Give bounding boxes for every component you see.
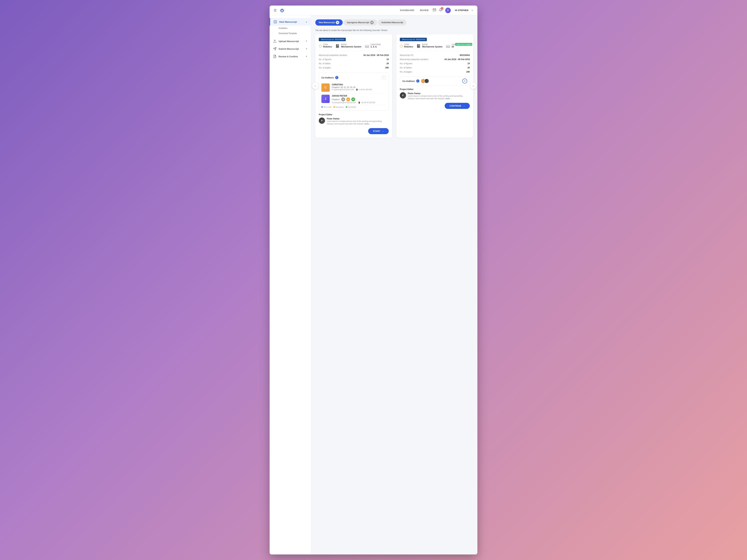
sidebar-item-submit-manuscript[interactable]: Submit Manuscript ▼ xyxy=(269,45,311,53)
editor-bio-left: Lorem Ipsum is simply dummy text of the … xyxy=(327,120,389,125)
continue-button[interactable]: CONTINUE → xyxy=(445,103,470,109)
project-editor-left: Project Editor P Pieter Parker Lorem Ips… xyxy=(319,113,389,125)
coauthor-name-1: CHRISTINA xyxy=(332,83,386,86)
tab-new-manuscript-label: New Manuscript xyxy=(319,21,335,24)
book-icon-left: 📓 xyxy=(335,44,340,48)
tab-new-manuscript[interactable]: New Manuscript 10 xyxy=(315,19,343,26)
tab-submitted-label: Submitted Manuscript xyxy=(381,21,403,24)
chapters-icon-left: 📖 xyxy=(365,44,369,48)
legend-yet-to-start: Yet to start xyxy=(321,106,331,108)
coauthors-header-left: Co-Authors 2 − xyxy=(321,75,386,80)
nav-review[interactable]: REVIEW xyxy=(420,9,429,11)
coauthor-count-right: 2 xyxy=(416,79,419,83)
manuscript-id-badge-left: Manuscript Id: MS234554 xyxy=(319,38,346,41)
chevron-down-icon-upload: ▼ xyxy=(305,40,308,43)
tab-inprogress-manuscript[interactable]: Inprogress Manuscript 50 xyxy=(343,19,377,26)
sidebar-sub-guideline[interactable]: Guideline xyxy=(279,26,311,31)
cards-wrapper: ← Manuscript Id: MS234554 ⬡ TYPE xyxy=(315,34,473,138)
next-card-button[interactable]: → xyxy=(470,83,476,89)
sidebar-item-label-upload: Upload Manuscript xyxy=(279,40,299,43)
clearfix-right: CONTINUE → xyxy=(400,100,470,109)
chevron-up-icon: ▲ xyxy=(305,21,308,23)
coauthors-title-right: Co-Authors 2 xyxy=(403,79,419,83)
meta-book-left: 📓 BOOK Mechatronic System xyxy=(335,44,361,48)
editor-avatar-right: P xyxy=(400,92,406,99)
sidebar-sub-download-template[interactable]: Download Template xyxy=(279,31,311,36)
main-layout: Start Manuscript ▲ Guideline Download Te… xyxy=(269,15,478,555)
total-cost-badge: Total Cost Accepted xyxy=(455,43,472,46)
email-icon-1: ✉ stephen@mechyrock.com xyxy=(332,89,354,90)
info-row-tables: No. of tables: 29 xyxy=(319,61,389,65)
coauthor-contact-2: ✉ johanpieter@mechyrock.com 📱 +91 99 44 … xyxy=(332,102,386,104)
card-left-meta: ⬡ TYPE Robotics 📓 BOOK Mechatr xyxy=(319,44,389,48)
tab-submitted-manuscript[interactable]: Submitted Manuscript xyxy=(378,19,407,26)
upload-manuscript-icon xyxy=(273,39,277,43)
book-icon-right: 📓 xyxy=(416,44,421,48)
sidebar-item-upload-manuscript[interactable]: Upload Manuscript ▼ xyxy=(269,37,311,45)
coauthors-title-right-wrapper: Co-Authors 2 xyxy=(403,79,429,83)
coauthor-avatar-2: J xyxy=(321,95,330,103)
info-row-id-right: Manuscript I'D: MS234554 xyxy=(400,53,470,57)
coauthor-minus-btn-left[interactable]: − xyxy=(381,75,386,80)
tab-inprogress-badge: 50 xyxy=(370,21,374,24)
project-editor-title-left: Project Editor xyxy=(319,113,389,116)
sidebar-item-start-manuscript[interactable]: Start Manuscript ▲ xyxy=(269,18,311,26)
chevron-down-icon: ▼ xyxy=(471,9,473,11)
info-rows-left: Manuscript prepartion duration: 04 Jan 2… xyxy=(319,53,389,70)
editor-more-link-left[interactable]: more... xyxy=(364,123,370,125)
project-editor-title-right: Project Editor xyxy=(400,88,470,90)
sidebar-item-label-submit: Submit Manuscript xyxy=(279,48,299,50)
meta-chapters-left: 📖 CHAPTERS 1, 3, 4, xyxy=(365,44,381,48)
editor-text-left: Pieter Parker Lorem Ipsum is simply dumm… xyxy=(327,117,389,125)
card-left: Manuscript Id: MS234554 ⬡ TYPE Robotics xyxy=(315,34,392,138)
editor-bio-right: Lorem Ipsum is simply dummy text of the … xyxy=(408,95,470,100)
prev-card-button[interactable]: ← xyxy=(312,83,318,89)
info-rows-right: Manuscript I'D: MS234554 Manuscript prep… xyxy=(400,53,470,74)
header-nav: DASHBOARD REVIEW xyxy=(400,9,429,11)
info-row-tables-right: No. of tables: 29 xyxy=(400,65,470,70)
type-label-right: TYPE xyxy=(404,44,413,46)
editor-info-left: P Pieter Parker Lorem Ipsum is simply du… xyxy=(319,117,389,125)
sidebar-item-label-start: Start Manuscript xyxy=(279,21,297,23)
review-confirm-icon xyxy=(273,55,277,58)
coauthor-plus-btn-right[interactable]: + xyxy=(462,79,467,83)
user-name[interactable]: HI STEPHEN xyxy=(455,9,468,11)
mail-icon-btn[interactable] xyxy=(433,8,436,12)
user-avatar[interactable]: S xyxy=(445,8,451,13)
coauthors-title-left: Co-Authors 2 xyxy=(321,76,338,79)
editor-name-right: Pieter Parker xyxy=(408,92,470,95)
info-row-duration: Manuscript prepartion duration: 04 Jan 2… xyxy=(319,53,389,57)
book-value-left: Mechatronic System xyxy=(341,46,361,48)
manuscript-id-badge-right: Manuscript Id: MS654343 xyxy=(400,38,427,41)
type-icon-left: ⬡ xyxy=(319,44,322,48)
header-icons: 1 S HI STEPHEN ▼ xyxy=(433,8,473,13)
nav-dashboard[interactable]: DASHBOARD xyxy=(400,9,414,11)
coauthors-section-left: Co-Authors 2 − C CHRISTINA Chapter xyxy=(319,73,389,111)
book-label-left: BOOK xyxy=(341,44,361,46)
sidebar-item-review-confirm[interactable]: Review & Confirm ▼ xyxy=(269,53,311,60)
info-row-figures: No. of figures: 19 xyxy=(319,57,389,61)
tab-inprogress-label: Inprogress Manuscript xyxy=(347,21,369,24)
main-content: New Manuscript 10 Inprogress Manuscript … xyxy=(311,15,478,555)
notification-icon-btn[interactable]: 1 xyxy=(439,8,442,12)
email-icon-2: ✉ johanpieter@mechyrock.com xyxy=(332,102,356,104)
book-value-right: Mechatronic System xyxy=(422,46,442,48)
logo-icon xyxy=(279,8,285,13)
chapters-value-left: 1, 3, 4, xyxy=(370,46,381,48)
start-button[interactable]: START → xyxy=(368,128,389,134)
clearfix-left: START → xyxy=(319,125,389,134)
notification-badge: 1 xyxy=(441,7,443,10)
editor-name-left: Pieter Parker xyxy=(327,117,389,120)
arrow-right-icon-start: → xyxy=(382,130,384,132)
menu-icon[interactable]: ☰ xyxy=(274,8,277,12)
info-row-pages-right: No. of pages: 280 xyxy=(400,70,470,74)
editor-avatar-left: P xyxy=(319,117,325,124)
editor-more-link-right[interactable]: more... xyxy=(445,98,451,100)
legend-completed: Completed xyxy=(346,106,356,108)
project-editor-right: Project Editor P Pieter Parker Lorem Ips… xyxy=(400,88,470,100)
arrow-right-icon-continue: → xyxy=(463,105,465,107)
header: ☰ DASHBOARD REVIEW 1 S HI STEPHEN ▼ xyxy=(269,5,478,15)
coauthor-avatar-1: C xyxy=(321,83,330,92)
status-legend: Yet to start Inprogress Completed xyxy=(321,106,386,108)
coauthor-count-left: 2 xyxy=(335,76,338,79)
